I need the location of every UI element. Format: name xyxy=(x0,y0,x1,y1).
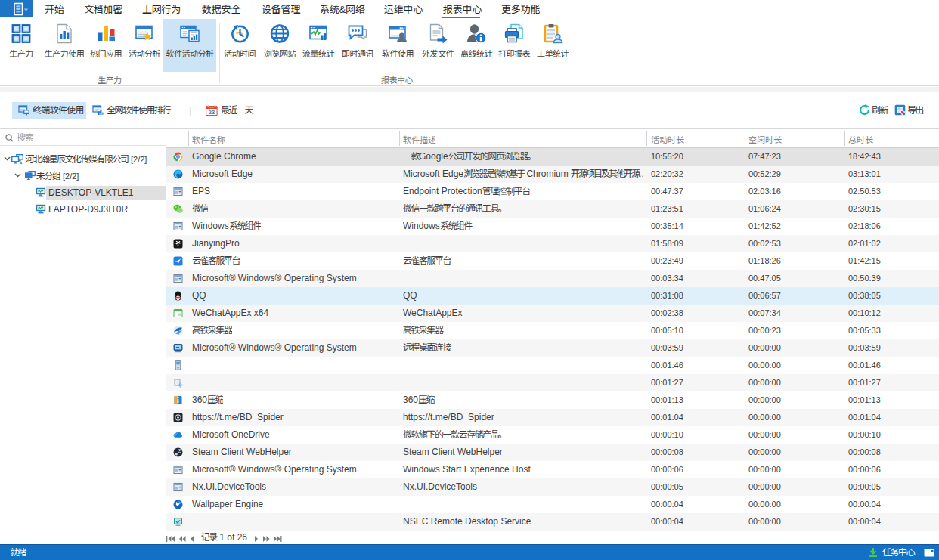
svg-text:23: 23 xyxy=(209,109,215,116)
